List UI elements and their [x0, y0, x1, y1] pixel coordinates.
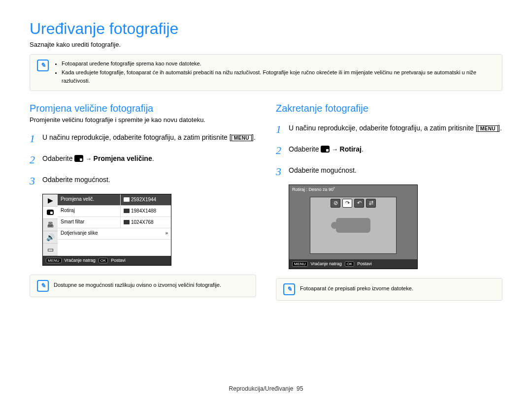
rotate-right-icon: ↷: [342, 199, 352, 208]
step-text: U načinu reprodukcije, odaberite fotogra…: [42, 133, 232, 141]
cam-row: Dotjerivanje slike »: [58, 228, 171, 240]
step-text: Odaberite mogućnost.: [42, 173, 110, 189]
step-text: U načinu reprodukcije, odaberite fotogra…: [289, 124, 478, 132]
arrow-right-icon: »: [114, 228, 171, 239]
sample-image: [336, 218, 370, 233]
step-text-end: ].: [498, 124, 502, 132]
arrow-icon: →: [83, 155, 93, 162]
top-note-item: Kada uređujete fotografije, fotoaparat ć…: [62, 68, 495, 86]
section-resize: Promjena veličine fotografija Promjenite…: [30, 103, 256, 301]
top-note-box: ✎ Fotoaparat uređene fotografije sprema …: [30, 54, 502, 91]
resolution-icon: [124, 220, 130, 224]
step-3: 3 Odaberite mogućnost.: [30, 173, 256, 189]
right-note-box: ✎ Fotoaparat će prepisati preko izvorne …: [276, 278, 502, 301]
step-text-end: ].: [252, 133, 256, 141]
note-icon: ✎: [37, 60, 49, 71]
menu-button-label: MENU: [232, 135, 252, 141]
sound-icon: 🔊: [43, 231, 58, 244]
display-icon: ▭: [43, 244, 58, 256]
cam-footer: MENU Vraćanje natrag OK Postavi: [43, 256, 171, 265]
section-rotate: Zakretanje fotografije 1 U načinu reprod…: [276, 103, 502, 301]
step-1: 1 U načinu reprodukcije, odaberite fotog…: [276, 121, 502, 137]
edit-icon: [321, 146, 330, 153]
section-heading: Promjena veličine fotografija: [30, 103, 256, 114]
edit-tab-icon: [43, 207, 58, 219]
manual-page: Uređivanje fotografije Saznajte kako ure…: [0, 0, 532, 401]
page-title: Uređivanje fotografije: [30, 20, 502, 38]
menu-button-label: MENU: [478, 125, 498, 132]
cam-row: Rotiraj 1984X1488: [58, 206, 171, 217]
resolution-icon: [124, 197, 130, 202]
section-lead: Promjenite veličinu fotografije i spremi…: [30, 116, 256, 123]
step-text: Odaberite: [289, 145, 321, 153]
flip-icon: ⇄: [366, 199, 376, 208]
cam-row: Promjena velič. 2592X1944: [58, 194, 171, 206]
menu-pill: MENU: [292, 261, 308, 267]
camera-screenshot-rotate: Rotiraj : Desno za 90˚ ⊘ ↷ ↶ ⇄ MENU Vrać…: [289, 185, 418, 269]
step-2: 2 Odaberite → Promjena veličine.: [30, 152, 256, 168]
step-3: 3 Odaberite mogućnost.: [276, 163, 502, 180]
cam-menu: Promjena velič. 2592X1944 Rotiraj 1984X1…: [58, 194, 171, 256]
arrow-icon: →: [330, 146, 339, 153]
rotate-label: Rotiraj : Desno za 90˚: [292, 187, 335, 192]
step-2: 2 Odaberite → Rotiraj.: [276, 142, 502, 158]
camera-screenshot-resize: ▶ 🖶 🔊 ▭ Promjena velič. 2592X1944 Rotira…: [42, 194, 171, 266]
step-number: 3: [276, 163, 284, 180]
cam-row: Smart filtar 1024X768: [58, 217, 171, 228]
note-icon: ✎: [37, 280, 49, 292]
page-footer: Reprodukcija/Uređivanje 95: [0, 385, 532, 392]
step-text: Odaberite: [42, 154, 74, 162]
menu-pill: MENU: [46, 258, 62, 263]
play-icon: ▶: [43, 194, 58, 207]
edit-icon: [74, 155, 83, 162]
ok-pill: OK: [345, 261, 355, 267]
note-text: Fotoaparat će prepisati preko izvorne da…: [300, 284, 413, 293]
rotate-left-icon: ↶: [354, 199, 364, 208]
step-1: 1 U načinu reprodukcije, odaberite fotog…: [30, 130, 256, 147]
page-subtitle: Saznajte kako urediti fotografije.: [30, 41, 502, 48]
section-heading: Zakretanje fotografije: [276, 103, 502, 114]
top-note-list: Fotoaparat uređene fotografije sprema ka…: [54, 60, 495, 86]
left-note-box: ✎ Dostupne se mogućnosti razlikuju ovisn…: [30, 275, 256, 297]
step-number: 2: [30, 152, 37, 168]
cam-sidebar: ▶ 🖶 🔊 ▭: [43, 194, 58, 256]
rotate-toolbar: ⊘ ↷ ↶ ⇄: [331, 199, 376, 208]
resolution-icon: [124, 209, 130, 213]
step-number: 1: [30, 130, 37, 147]
cam-footer: MENU Vraćanje natrag OK Postavi: [289, 259, 417, 269]
ok-pill: OK: [99, 258, 108, 263]
step-number: 1: [276, 121, 284, 137]
note-icon: ✎: [283, 283, 295, 295]
note-text: Dostupne se mogućnosti razlikuju ovisno …: [54, 281, 221, 290]
step-bold: Rotiraj: [340, 145, 362, 153]
step-bold: Promjena veličine: [94, 154, 152, 162]
step-text: Odaberite mogućnost.: [289, 163, 357, 180]
off-icon: ⊘: [331, 199, 340, 208]
top-note-item: Fotoaparat uređene fotografije sprema ka…: [62, 60, 495, 68]
print-icon: 🖶: [43, 219, 58, 231]
step-number: 3: [30, 173, 37, 189]
step-number: 2: [276, 142, 284, 158]
